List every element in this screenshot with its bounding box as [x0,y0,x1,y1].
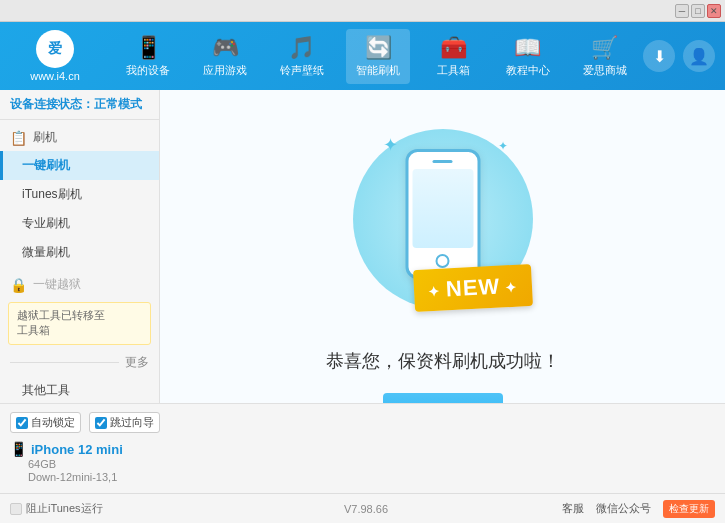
phone-home-button [436,254,450,268]
nav-toolbox[interactable]: 🧰 工具箱 [423,29,483,84]
status-label: 设备连接状态： [10,97,94,111]
jailbreak-label: 一键越狱 [33,276,81,293]
jailbreak-section: 🔒 一键越狱 [0,271,159,298]
update-button[interactable]: 检查更新 [663,500,715,518]
status-bar: 设备连接状态：正常模式 [0,90,159,120]
lock-icon: 🔒 [10,277,27,293]
flash-section-icon: 📋 [10,130,27,146]
nav-ringtones[interactable]: 🎵 铃声壁纸 [270,29,334,84]
stop-itunes-btn[interactable]: 阻止iTunes运行 [10,501,170,516]
phone-screen [412,169,473,248]
sparkle-1: ✦ [383,134,398,156]
tutorials-label: 教程中心 [506,63,550,78]
sidebar-item-other-tools[interactable]: 其他工具 [0,376,159,405]
auto-lock-checkbox[interactable]: 自动锁定 [10,412,81,433]
header-right: ⬇ 👤 [643,40,715,72]
bottom-bar: 阻止iTunes运行 V7.98.66 客服 微信公众号 检查更新 [0,493,725,523]
store-icon: 🛒 [591,35,618,61]
user-button[interactable]: 👤 [683,40,715,72]
phone-device [405,149,480,279]
nav-apps[interactable]: 🎮 应用游戏 [193,29,257,84]
skip-wizard-input[interactable] [95,417,107,429]
bottom-bar-center: V7.98.66 [170,503,562,515]
device-version: Down-12mini-13,1 [28,471,160,483]
maximize-button[interactable]: □ [691,4,705,18]
tutorials-icon: 📖 [514,35,541,61]
phone-speaker [433,160,453,163]
logo-area[interactable]: 爱 www.i4.cn [10,30,100,82]
device-info: 📱 iPhone 12 mini 64GB Down-12mini-13,1 [10,441,160,483]
sparkle-2: ✦ [498,139,508,153]
flash-section: 📋 刷机 一键刷机 iTunes刷机 专业刷机 微量刷机 [0,124,159,267]
logo-icon: 爱 [36,30,74,68]
flash-section-label: 刷机 [33,129,57,146]
nav-smart-flash[interactable]: 🔄 智能刷机 [346,29,410,84]
device-bar-left: 自动锁定 跳过向导 📱 iPhone 12 mini 64GB Down-12m… [10,412,170,483]
ringtones-icon: 🎵 [288,35,315,61]
apps-icon: 🎮 [212,35,239,61]
device-name: 📱 iPhone 12 mini [10,441,160,457]
checkboxes-row: 自动锁定 跳过向导 [10,412,160,433]
sidebar-item-itunes-flash[interactable]: iTunes刷机 [0,180,159,209]
ringtones-label: 铃声壁纸 [280,63,324,78]
nav-tutorials[interactable]: 📖 教程中心 [496,29,560,84]
new-badge: NEW [413,264,533,312]
toolbox-icon: 🧰 [440,35,467,61]
skip-wizard-label: 跳过向导 [110,415,154,430]
more-divider: 更多 [0,349,159,376]
nav-store[interactable]: 🛒 爱思商城 [573,29,637,84]
device-storage: 64GB [28,458,160,470]
sidebar-item-one-click-flash[interactable]: 一键刷机 [0,151,159,180]
logo-text: www.i4.cn [30,70,80,82]
success-title: 恭喜您，保资料刷机成功啦！ [326,349,560,373]
my-device-label: 我的设备 [126,63,170,78]
device-bar: 自动锁定 跳过向导 📱 iPhone 12 mini 64GB Down-12m… [0,403,725,493]
phone-illustration: ✦ ✦ ✦ NEW [353,129,533,329]
status-value: 正常模式 [94,97,142,111]
sidebar-item-free-flash[interactable]: 微量刷机 [0,238,159,267]
auto-lock-label: 自动锁定 [31,415,75,430]
bottom-area: 自动锁定 跳过向导 📱 iPhone 12 mini 64GB Down-12m… [0,403,725,523]
auto-lock-input[interactable] [16,417,28,429]
device-name-text: iPhone 12 mini [31,442,123,457]
toolbox-label: 工具箱 [437,63,470,78]
header: 爱 www.i4.cn 📱 我的设备 🎮 应用游戏 🎵 铃声壁纸 🔄 智能刷机 … [0,22,725,90]
title-bar: ─ □ ✕ [0,0,725,22]
sidebar-item-pro-flash[interactable]: 专业刷机 [0,209,159,238]
apps-label: 应用游戏 [203,63,247,78]
more-label: 更多 [125,354,149,371]
jailbreak-header: 🔒 一键越狱 [0,271,159,298]
store-label: 爱思商城 [583,63,627,78]
bottom-bar-right: 客服 微信公众号 检查更新 [562,500,715,518]
download-button[interactable]: ⬇ [643,40,675,72]
notice-box: 越狱工具已转移至工具箱 [8,302,151,345]
divider-line [10,362,119,363]
window-controls: ─ □ ✕ [675,4,721,18]
flash-section-header[interactable]: 📋 刷机 [0,124,159,151]
nav-my-device[interactable]: 📱 我的设备 [116,29,180,84]
my-device-icon: 📱 [135,35,162,61]
stop-itunes-label: 阻止iTunes运行 [26,501,103,516]
close-button[interactable]: ✕ [707,4,721,18]
phone-small-icon: 📱 [10,441,27,457]
stop-icon [10,503,22,515]
smart-flash-label: 智能刷机 [356,63,400,78]
notice-text: 越狱工具已转移至工具箱 [17,309,105,336]
smart-flash-icon: 🔄 [365,35,392,61]
wechat-link[interactable]: 微信公众号 [596,501,651,516]
service-link[interactable]: 客服 [562,501,584,516]
nav-items: 📱 我的设备 🎮 应用游戏 🎵 铃声壁纸 🔄 智能刷机 🧰 工具箱 📖 教程中心… [110,29,643,84]
skip-wizard-checkbox[interactable]: 跳过向导 [89,412,160,433]
version-text: V7.98.66 [344,503,388,515]
minimize-button[interactable]: ─ [675,4,689,18]
